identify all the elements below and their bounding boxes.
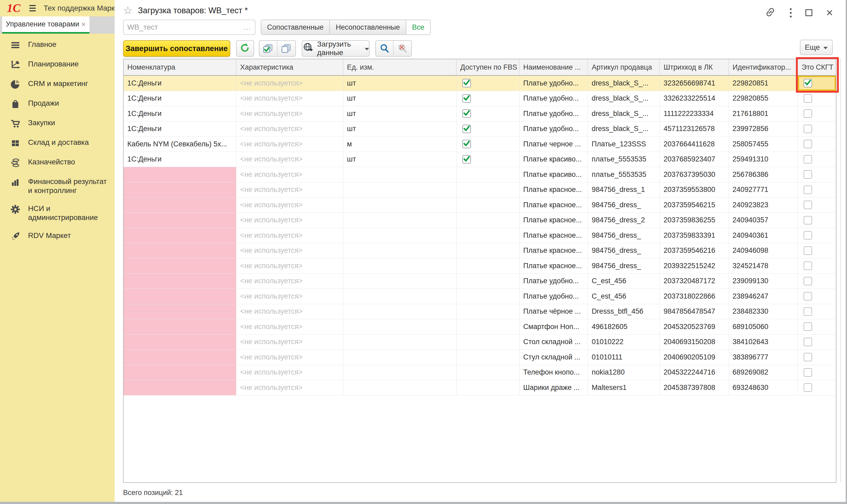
- column-header-7[interactable]: Идентификатор...: [729, 59, 798, 75]
- cell-characteristic: <не используется>: [236, 243, 343, 258]
- table-row[interactable]: <не используется>Платье красное...984756…: [124, 258, 836, 274]
- skgt-checkbox[interactable]: [804, 79, 812, 87]
- sidebar-item-crm[interactable]: CRM и маркетинг: [0, 79, 114, 90]
- sidebar-item-nsi-admin[interactable]: НСИ и администрирование: [0, 204, 114, 222]
- skgt-checkbox: [798, 167, 836, 182]
- fbs-checkbox[interactable]: [463, 125, 471, 133]
- table-scrollbar[interactable]: [841, 59, 841, 483]
- segment-unmatched[interactable]: Несопоставленные: [330, 20, 406, 34]
- table-row[interactable]: 1С:Деньги<не используется>штПлатье удобн…: [124, 91, 836, 106]
- close-icon[interactable]: ×: [826, 9, 833, 16]
- skgt-checkbox[interactable]: [804, 368, 812, 377]
- sidebar-item-warehouse[interactable]: Склад и доставка: [0, 138, 114, 148]
- column-header-8[interactable]: Это СКГТ: [798, 59, 836, 75]
- skgt-checkbox[interactable]: [804, 94, 812, 103]
- check-all-button[interactable]: [259, 41, 277, 56]
- table-row[interactable]: 1С:Деньги<не используется>штПлатье удобн…: [124, 76, 836, 91]
- cell-barcode: 2040690205109: [660, 350, 729, 365]
- tab-product-management[interactable]: Управление товарами ×: [2, 16, 89, 34]
- skgt-checkbox[interactable]: [804, 170, 812, 179]
- skgt-checkbox[interactable]: [804, 307, 812, 316]
- sidebar-item-purchases[interactable]: Закупки: [0, 118, 114, 129]
- skgt-checkbox[interactable]: [804, 109, 812, 118]
- skgt-checkbox[interactable]: [804, 277, 812, 285]
- skgt-checkbox[interactable]: [804, 185, 812, 194]
- table-row[interactable]: <не используется>Шарики драже ...Maltese…: [124, 380, 836, 395]
- column-header-2[interactable]: Ед. изм.: [343, 59, 456, 75]
- uncheck-all-button[interactable]: [277, 41, 295, 56]
- fbs-checkbox[interactable]: [463, 140, 471, 148]
- connection-name-field[interactable]: WB_тест ...: [123, 20, 255, 35]
- table-row[interactable]: <не используется>Телефон кнопо...nokia12…: [124, 365, 836, 380]
- sidebar-item-sales[interactable]: Продажи: [0, 99, 114, 109]
- cell-identifier: 238482330: [729, 304, 798, 320]
- skgt-checkbox[interactable]: [804, 383, 812, 392]
- more-button[interactable]: Еще: [800, 40, 833, 55]
- skgt-checkbox[interactable]: [804, 216, 812, 224]
- table-row[interactable]: Кабель NYM (Севкабель) 5х...<не использу…: [124, 137, 836, 152]
- cell-barcode: 4571123126578: [660, 122, 729, 137]
- fbs-checkbox[interactable]: [463, 79, 471, 87]
- favorite-star-icon[interactable]: ☆: [123, 4, 132, 16]
- skgt-checkbox[interactable]: [804, 262, 812, 270]
- fbs-checkbox: [456, 243, 520, 258]
- table-row[interactable]: 1С:Деньги<не используется>штПлатье удобн…: [124, 122, 836, 137]
- table-row[interactable]: <не используется>Платье чёрное ...Dresss…: [124, 304, 836, 320]
- cell-seller-article: 984756_dress_: [588, 243, 660, 258]
- table-row[interactable]: <не используется>Платье удобно...C_est_4…: [124, 274, 836, 289]
- more-options-kebab-icon[interactable]: [790, 8, 792, 17]
- finish-matching-button[interactable]: Завершить сопоставление: [123, 40, 230, 57]
- search-icon[interactable]: [376, 41, 394, 56]
- skgt-checkbox[interactable]: [804, 231, 812, 239]
- more-caret-icon: [824, 47, 828, 49]
- table-row[interactable]: 1С:Деньги<не используется>штПлатье удобн…: [124, 106, 836, 122]
- table-row[interactable]: <не используется>Платье красиво...платье…: [124, 167, 836, 182]
- table-row[interactable]: <не используется>Платье красное...984756…: [124, 213, 836, 228]
- skgt-checkbox[interactable]: [804, 338, 812, 346]
- skgt-checkbox[interactable]: [804, 140, 812, 148]
- skgt-checkbox[interactable]: [804, 292, 812, 301]
- skgt-checkbox[interactable]: [804, 155, 812, 164]
- table-row[interactable]: <не используется>Смартфон Hon...49618260…: [124, 319, 836, 335]
- column-header-5[interactable]: Артикул продавца: [588, 59, 660, 75]
- cancel-search-icon[interactable]: [394, 41, 411, 56]
- segment-all[interactable]: Все: [406, 20, 430, 34]
- table-row[interactable]: <не используется>Платье красное...984756…: [124, 197, 836, 213]
- sidebar-item-finance[interactable]: Финансовый результат и контроллинг: [0, 177, 114, 195]
- cell-nomenclature: [124, 258, 236, 274]
- table-row[interactable]: <не используется>Платье удобно...C_est_4…: [124, 289, 836, 304]
- skgt-checkbox[interactable]: [804, 322, 812, 331]
- table-row[interactable]: 1С:Деньги<не используется>штПлатье краси…: [124, 152, 836, 167]
- column-header-1[interactable]: Характеристика: [236, 59, 343, 75]
- table-row[interactable]: <не используется>Платье красное...984756…: [124, 243, 836, 258]
- segment-matched[interactable]: Сопоставленные: [261, 20, 330, 34]
- load-data-button[interactable]: Загрузить данные: [302, 40, 370, 57]
- field-more-button[interactable]: ...: [244, 23, 251, 32]
- sidebar-item-rdv-market[interactable]: RDV Маркет: [0, 231, 114, 242]
- table-row[interactable]: <не используется>Стул складной ...010101…: [124, 350, 836, 365]
- sidebar-item-treasury[interactable]: Казначейство: [0, 158, 114, 168]
- tab-close-icon[interactable]: ×: [81, 20, 86, 28]
- sidebar-item-planning[interactable]: Планирование: [0, 59, 114, 70]
- link-icon[interactable]: [764, 6, 776, 19]
- tab-label: Управление товарами: [6, 20, 79, 28]
- hamburger-menu-icon[interactable]: [30, 5, 35, 12]
- column-header-6[interactable]: Штрихкод в ЛК: [660, 59, 729, 75]
- fbs-checkbox[interactable]: [463, 155, 471, 164]
- skgt-checkbox[interactable]: [804, 125, 812, 133]
- cell-unit: [343, 365, 456, 380]
- refresh-button[interactable]: [236, 40, 254, 57]
- skgt-checkbox[interactable]: [804, 353, 812, 361]
- table-row[interactable]: <не используется>Платье красное...984756…: [124, 182, 836, 198]
- skgt-checkbox[interactable]: [804, 201, 812, 209]
- table-row[interactable]: <не используется>Платье красное...984756…: [124, 228, 836, 243]
- table-row[interactable]: <не используется>Стол складной ...010102…: [124, 335, 836, 350]
- skgt-checkbox[interactable]: [804, 247, 812, 255]
- maximize-icon[interactable]: [806, 9, 812, 16]
- fbs-checkbox[interactable]: [463, 94, 471, 103]
- column-header-4[interactable]: Наименование ...: [520, 59, 588, 75]
- fbs-checkbox[interactable]: [463, 109, 471, 118]
- sidebar-item-main[interactable]: Главное: [0, 40, 114, 51]
- column-header-0[interactable]: Номенклатура: [124, 59, 236, 75]
- column-header-3[interactable]: Доступен по FBS: [456, 59, 520, 75]
